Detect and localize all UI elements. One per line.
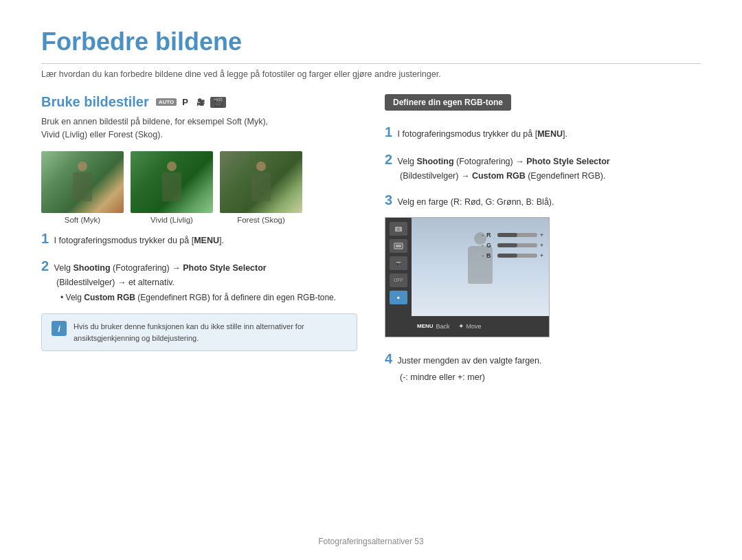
right-step4: 4 Juster mengden av den valgte fargen. (… <box>385 347 701 385</box>
rgb-r-label: R <box>486 232 495 238</box>
back-text: Back <box>436 323 450 330</box>
rgb-g-plus: + <box>540 242 543 249</box>
right-step4-num: 4 <box>385 351 392 366</box>
info-icon: i <box>52 321 67 336</box>
camera-move-label: ✦ Move <box>458 322 482 330</box>
svg-point-1 <box>397 227 401 231</box>
svg-rect-3 <box>396 245 401 247</box>
person-silhouette-soft <box>69 161 96 210</box>
camera-bottom-bar: MENU Back ✦ Move <box>412 316 549 337</box>
right-section-header: Definere din egen RGB-tone <box>385 94 511 111</box>
menu-text: MENU <box>417 323 434 329</box>
right-step2-line2: (Bildestilvelger) → Custom RGB (Egendefi… <box>400 170 701 183</box>
content-columns: Bruke bildestiler AUTO P 🎥 🎬 Bruk en ann… <box>41 94 701 385</box>
section-title-bruke: Bruke bildestiler AUTO P 🎥 🎬 <box>41 94 357 110</box>
rgb-g-label: G <box>486 242 495 249</box>
dis-mode-icon: 🎥 <box>194 98 207 107</box>
left-step1: 1 I fotograferingsmodus trykker du på [M… <box>41 228 357 249</box>
right-step1: 1 I fotograferingsmodus trykker du på [M… <box>385 122 701 142</box>
cam-btn-5: ■ <box>390 291 407 304</box>
rgb-row-g: - G + <box>482 242 543 249</box>
page-title: Forbedre bildene <box>41 27 701 64</box>
photo-item-vivid: Vivid (Livlig) <box>131 151 213 224</box>
rgb-g-minus: - <box>482 242 484 249</box>
left-step1-text: I fotograferingsmodus trykker du på [MEN… <box>54 236 224 245</box>
right-step3-num: 3 <box>385 192 392 208</box>
info-text: Hvis du bruker denne funksjonen kan du i… <box>74 321 347 344</box>
section-heading-bruke: Bruke bildestiler <box>41 94 149 110</box>
page: Forbedre bildene Lær hvordan du kan forb… <box>0 0 742 560</box>
move-text: Move <box>466 323 482 330</box>
camera-ui: 📷 OFF ■ - R + <box>385 217 550 337</box>
rgb-r-track <box>497 233 537 237</box>
rgb-g-track <box>497 243 537 247</box>
rgb-r-fill <box>497 233 517 237</box>
footer: Fotograferingsalternativer 53 <box>0 537 742 546</box>
rgb-b-label: B <box>486 252 495 259</box>
rgb-b-track <box>497 254 537 258</box>
rgb-b-plus: + <box>540 252 543 259</box>
camera-menu-label: MENU Back <box>417 323 450 330</box>
right-step1-num: 1 <box>385 124 392 139</box>
footer-text: Fotograferingsalternativer 53 <box>318 537 423 546</box>
right-step4-line1: Juster mengden av den valgte fargen. <box>398 356 542 366</box>
photo-caption-vivid: Vivid (Livlig) <box>131 216 213 224</box>
cam-btn-4: OFF <box>390 273 407 287</box>
photo-caption-forest: Forest (Skog) <box>220 216 302 224</box>
left-step2-bullet: • Velg Custom RGB (Egendefinert RGB) for… <box>60 291 357 304</box>
rgb-b-minus: - <box>482 252 484 259</box>
camera-sidebar: 📷 OFF ■ <box>385 218 412 337</box>
left-step2-line2: (Bildestilvelger) → et alternativ. <box>56 276 357 289</box>
photos-row: Soft (Myk) Vivid (Livlig) Forest (Skog) <box>41 151 357 224</box>
photo-item-forest: Forest (Skog) <box>220 151 302 224</box>
photo-vivid <box>131 151 213 213</box>
left-step1-num: 1 <box>41 231 49 246</box>
rgb-r-plus: + <box>540 232 543 238</box>
right-step2-text: Velg Shooting (Fotografering) → Photo St… <box>398 157 610 166</box>
auto-mode-icon: AUTO <box>156 98 177 106</box>
page-subtitle: Lær hvordan du kan forbedre bildene dine… <box>41 69 701 79</box>
right-step3: 3 Velg en farge (R: Rød, G: Grønn, B: Bl… <box>385 190 701 210</box>
move-arrow-icon: ✦ <box>458 322 464 330</box>
rgb-row-r: - R + <box>482 232 543 238</box>
video-mode-icon: 🎬 <box>210 97 226 108</box>
right-step2-num: 2 <box>385 152 392 167</box>
left-step2-num: 2 <box>41 258 49 273</box>
right-step2: 2 Velg Shooting (Fotografering) → Photo … <box>385 149 701 183</box>
left-step2-text: Velg Shooting (Fotografering) → Photo St… <box>54 263 267 273</box>
rgb-row-b: - B + <box>482 252 543 259</box>
right-step4-line2: (-: mindre eller +: mer) <box>400 370 701 385</box>
photo-soft <box>41 151 124 213</box>
rgb-b-fill <box>497 254 517 258</box>
right-step1-text: I fotograferingsmodus trykker du på [MEN… <box>398 129 567 139</box>
info-box: i Hvis du bruker denne funksjonen kan du… <box>41 313 357 351</box>
cam-btn-3: 📷 <box>390 256 407 270</box>
person-silhouette-vivid <box>158 161 186 210</box>
left-column: Bruke bildestiler AUTO P 🎥 🎬 Bruk en ann… <box>41 94 357 385</box>
section-desc: Bruk en annen bildestil på bildene, for … <box>41 115 357 142</box>
rgb-r-minus: - <box>482 232 484 238</box>
right-step3-text: Velg en farge (R: Rød, G: Grønn, B: Blå)… <box>398 197 554 207</box>
photo-item-soft: Soft (Myk) <box>41 151 124 224</box>
cam-btn-1 <box>390 222 407 236</box>
p-mode-icon: P <box>179 96 191 108</box>
right-column: Definere din egen RGB-tone 1 I fotografe… <box>385 94 701 385</box>
photo-forest <box>220 151 302 213</box>
photo-caption-soft: Soft (Myk) <box>41 216 124 224</box>
cam-btn-2 <box>390 239 407 253</box>
mode-icons: AUTO P 🎥 🎬 <box>156 96 226 108</box>
left-step2: 2 Velg Shooting (Fotografering) → Photo … <box>41 256 357 304</box>
person-silhouette-forest <box>247 161 275 210</box>
rgb-sliders: - R + - G + <box>482 232 543 262</box>
rgb-g-fill <box>497 243 517 247</box>
